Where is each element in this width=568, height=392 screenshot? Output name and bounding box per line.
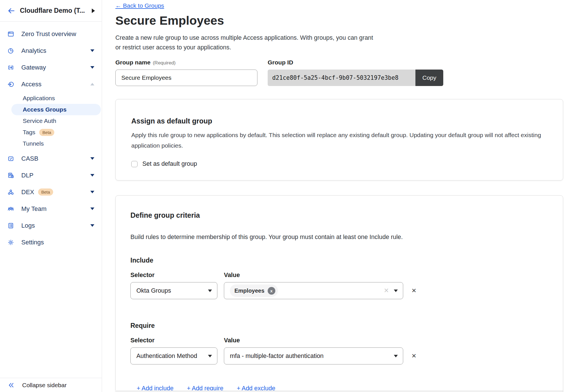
- back-arrow-icon[interactable]: [7, 7, 15, 15]
- chevron-down-icon: [90, 66, 94, 69]
- sidebar-item-label: DLP: [21, 172, 34, 179]
- group-name-input[interactable]: [115, 70, 257, 86]
- sidebar-item-label: Access Groups: [23, 106, 66, 113]
- name-id-row: Group name (Required) Group ID d21ce80f-…: [115, 59, 568, 86]
- sidebar-item-label: DEX: [21, 188, 34, 196]
- sidebar-item-label: Access: [21, 81, 41, 88]
- chevron-down-icon: [208, 290, 212, 292]
- sidebar-item-analytics[interactable]: Analytics: [0, 42, 102, 59]
- group-id-value: d21ce80f-5a25-4bcf-9b07-5032197e3be8: [268, 70, 415, 86]
- sidebar-item-label: Tunnels: [23, 140, 44, 147]
- chevron-down-icon: [394, 355, 398, 357]
- sidebar-item-zero-trust-overview[interactable]: Zero Trust overview: [0, 26, 102, 42]
- copy-button[interactable]: Copy: [415, 70, 443, 86]
- require-selector-dropdown[interactable]: Authentication Method: [130, 347, 217, 364]
- value-chip-label: Employees: [234, 288, 265, 294]
- page-description: Create a new rule group to use across mu…: [115, 33, 568, 52]
- chevron-down-icon: [90, 157, 94, 160]
- sidebar-item-label: Logs: [21, 222, 35, 229]
- default-group-card-body-line: Apply this rule group to new application…: [131, 130, 547, 140]
- require-rule-row: Authentication Method mfa - multiple-fac…: [130, 347, 547, 364]
- sidebar-item-label: Service Auth: [23, 118, 56, 124]
- sidebar-item-my-team[interactable]: My Team: [0, 200, 102, 217]
- dashboard-icon: [7, 31, 14, 37]
- require-value-dropdown[interactable]: mfa - multiple-factor authentication: [224, 347, 403, 364]
- group-name-label: Group name (Required): [115, 59, 268, 66]
- group-id-label-text: Group ID: [268, 59, 293, 66]
- default-group-checkbox[interactable]: [131, 161, 138, 167]
- sidebar-item-access[interactable]: Access: [0, 76, 102, 93]
- include-selector-dropdown[interactable]: Okta Groups: [130, 282, 217, 299]
- group-name-field: Group name (Required): [115, 59, 268, 86]
- sidebar-item-dex[interactable]: DEX Beta: [0, 184, 102, 200]
- gear-icon: [7, 239, 14, 246]
- require-heading: Require: [130, 322, 547, 330]
- chevron-up-icon: [90, 83, 94, 85]
- sidebar-item-settings[interactable]: Settings: [0, 234, 102, 251]
- selector-label: Selector: [130, 272, 217, 279]
- sidebar-item-gateway[interactable]: Gateway: [0, 59, 102, 76]
- clear-values-button[interactable]: ✕: [384, 287, 389, 294]
- include-heading: Include: [130, 257, 547, 264]
- chevron-down-icon: [90, 174, 94, 177]
- network-nodes-icon: [7, 189, 14, 196]
- include-value-multiselect[interactable]: Employees x ✕: [224, 282, 403, 299]
- collapse-sidebar-button[interactable]: Collapse sidebar: [0, 378, 102, 392]
- criteria-card: Define group criteria Build rules to det…: [115, 195, 563, 392]
- double-chevron-left-icon: [7, 381, 15, 389]
- sidebar-item-label: Zero Trust overview: [21, 30, 76, 38]
- back-to-groups-link[interactable]: ← Back to Groups: [115, 2, 164, 9]
- default-group-checkbox-row: Set as default group: [131, 160, 547, 167]
- sidebar-item-label: Analytics: [21, 47, 46, 54]
- value-chip: Employees x: [230, 284, 278, 297]
- require-value-text: mfa - multiple-factor authentication: [230, 353, 324, 360]
- sidebar-item-label: Applications: [23, 95, 55, 102]
- sidebar-item-label: Gateway: [21, 64, 46, 71]
- sidebar-item-access-groups[interactable]: Access Groups: [11, 104, 101, 115]
- default-group-card: Assign as default group Apply this rule …: [115, 99, 563, 181]
- remove-include-rule-button[interactable]: ✕: [411, 287, 417, 294]
- sidebar-item-casb[interactable]: CASB: [0, 150, 102, 167]
- chevron-down-icon: [90, 224, 94, 227]
- require-selector-value: Authentication Method: [136, 353, 197, 360]
- account-title: Cloudflare Demo (T...: [20, 7, 92, 14]
- sidebar-item-tags[interactable]: Tags Beta: [0, 127, 102, 138]
- sidebar-item-label: Tags: [23, 129, 35, 136]
- list-icon: [7, 222, 14, 229]
- value-label: Value: [224, 272, 403, 279]
- chevron-down-icon: [90, 207, 94, 210]
- group-id-label: Group ID: [268, 59, 443, 66]
- access-icon: [7, 81, 14, 88]
- criteria-card-description: Build rules to determine membership of t…: [130, 234, 547, 241]
- chevron-right-icon[interactable]: [92, 9, 95, 13]
- collapse-sidebar-label: Collapse sidebar: [22, 382, 66, 389]
- sidebar-item-label: CASB: [21, 155, 38, 162]
- sidebar-item-applications[interactable]: Applications: [0, 93, 102, 104]
- group-id-field: Group ID d21ce80f-5a25-4bcf-9b07-5032197…: [268, 59, 443, 86]
- include-column-labels: Selector Value: [130, 272, 547, 279]
- team-icon: [7, 206, 14, 212]
- gateway-icon: [7, 64, 14, 71]
- criteria-card-title: Define group criteria: [130, 211, 547, 219]
- main-content: ← Back to Groups Secure Employees Create…: [102, 0, 568, 392]
- chevron-down-icon: [208, 355, 212, 357]
- sidebar-item-label: My Team: [21, 205, 47, 213]
- sticky-footer-shade: [115, 390, 563, 392]
- selector-label: Selector: [130, 337, 217, 344]
- sidebar-item-tunnels[interactable]: Tunnels: [0, 138, 102, 149]
- default-group-card-body-line: application policies.: [131, 140, 547, 151]
- page-title: Secure Employees: [115, 13, 568, 28]
- default-group-checkbox-label: Set as default group: [142, 160, 197, 167]
- remove-require-rule-button[interactable]: ✕: [411, 353, 417, 359]
- group-name-label-text: Group name: [115, 59, 151, 66]
- document-lock-icon: [7, 172, 14, 179]
- include-selector-value: Okta Groups: [136, 287, 171, 294]
- sidebar-item-logs[interactable]: Logs: [0, 217, 102, 234]
- casb-icon: [7, 155, 14, 162]
- require-column-labels: Selector Value: [130, 337, 547, 344]
- sidebar-item-dlp[interactable]: DLP: [0, 167, 102, 184]
- chip-remove-button[interactable]: x: [268, 287, 275, 295]
- chevron-down-icon: [90, 49, 94, 52]
- sidebar-nav: Zero Trust overview Analytics Gateway Ac…: [0, 22, 102, 251]
- sidebar-item-service-auth[interactable]: Service Auth: [0, 115, 102, 127]
